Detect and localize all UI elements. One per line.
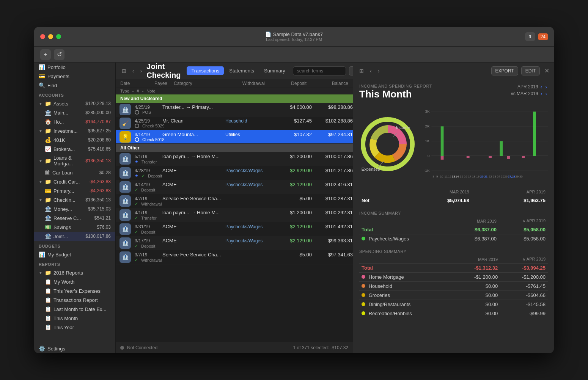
- edit-button[interactable]: EDIT: [521, 66, 540, 75]
- right-collapse-button[interactable]: ⊞: [358, 67, 365, 75]
- titlebar: 📄 Sample Data v7.bank7 Last opened: Toda…: [34, 27, 554, 47]
- income-paychecks-apr: $5,058.00: [499, 234, 548, 243]
- nav-back-button[interactable]: ‹: [131, 67, 136, 75]
- sidebar-item-primary[interactable]: 💳 Primary... -$4,263.83: [34, 186, 115, 195]
- sidebar-item-main[interactable]: 🏦 Main... $285,000.00: [34, 108, 115, 117]
- table-row[interactable]: 💡 3/14/19 Green Mounta... Utilities $107…: [116, 130, 353, 144]
- sidebar-item-transactions-report[interactable]: 📋 Transactions Report: [34, 295, 115, 305]
- fullscreen-button[interactable]: [56, 34, 61, 39]
- tx-payee: loan paym... → Home M...: [162, 154, 271, 159]
- svg-text:13: 13: [452, 175, 455, 178]
- sidebar-item-assets[interactable]: ▼ 📁 Assets $120,229.13: [34, 99, 115, 108]
- sidebar-item-this-month[interactable]: 📋 This Month: [34, 314, 115, 323]
- sidebar-item-loans[interactable]: ▼ 📁 Loans & Mortga... -$136,350.13: [34, 154, 115, 168]
- sidebar-item-this-year[interactable]: 📋 This Year: [34, 323, 115, 332]
- refresh-button[interactable]: ↺: [54, 49, 64, 60]
- upload-button[interactable]: ⬆: [525, 32, 535, 41]
- sidebar-item-checking[interactable]: ▼ 📁 Checkin... $136,350.13: [34, 195, 115, 204]
- tx-category: Household: [225, 118, 271, 124]
- investments-icon: 📁: [45, 128, 51, 134]
- table-row[interactable]: 🏦 5/1/19 loan paym... → Home M... $1,200…: [116, 152, 353, 166]
- tx-category: Paychecks/Wages: [225, 238, 271, 243]
- add-button[interactable]: +: [40, 49, 51, 60]
- tx-deposit: $2,129.00: [274, 182, 312, 187]
- svg-text:Income: Income: [396, 125, 410, 130]
- table-row[interactable]: 🏦 3/17/19 ACME Paychecks/Wages $2,129.00…: [116, 236, 353, 250]
- collapse-sidebar-button[interactable]: ⊞: [120, 67, 128, 75]
- table-row[interactable]: 🏦 3/31/19 ACME Paychecks/Wages $2,129.00…: [116, 222, 353, 236]
- sidebar-item-home[interactable]: 🏠 Ho... -$164,770.87: [34, 117, 115, 126]
- check-indicator: ✓: [135, 258, 138, 262]
- reports-2016-label: 2016 Reports: [53, 270, 83, 276]
- table-row[interactable]: 🏦 4/14/19 ACME Paychecks/Wages $2,129.00…: [116, 180, 353, 194]
- table-row[interactable]: 🏦 4/25/19 Transfer... → Primary... $4,00…: [116, 103, 353, 116]
- sidebar-item-investments[interactable]: ▼ 📁 Investme... $95,627.25: [34, 126, 115, 135]
- section-all-other: All Other: [116, 144, 353, 152]
- right-nav-forward-button[interactable]: ›: [376, 67, 381, 75]
- tx-note: Deposit: [141, 188, 155, 192]
- tx-payee: Mr. Clean: [162, 118, 222, 124]
- portfolio-icon: 📊: [39, 64, 45, 70]
- sidebar-item-find[interactable]: 🔍 Find: [34, 81, 115, 90]
- sidebar-item-this-year-expenses[interactable]: 📋 This Year's Expenses: [34, 286, 115, 295]
- svg-rect-18: [533, 111, 536, 156]
- svg-text:9: 9: [436, 175, 438, 178]
- col-header-withdrawal: Withdrawal: [223, 81, 265, 86]
- export-button[interactable]: EXPORT: [491, 66, 518, 75]
- checking-icon: 📁: [45, 197, 51, 203]
- sidebar-item-2016-reports[interactable]: ▼ 📁 2016 Reports: [34, 268, 115, 277]
- sidebar-item-car-loan[interactable]: 🏛 Car Loan $0.28: [34, 168, 115, 177]
- tx-icon-col: 🏦: [116, 180, 135, 194]
- sidebar-item-portfolio[interactable]: 📊 Portfolio: [34, 63, 115, 72]
- sidebar-item-savings[interactable]: 💵 Savings $76.03: [34, 223, 115, 232]
- right-panel-header: ⊞ ‹ › EXPORT EDIT ✕: [353, 63, 554, 79]
- sidebar-item-joint[interactable]: 🏦 Joint... $100,017.86: [34, 232, 115, 241]
- search-input[interactable]: [293, 66, 346, 75]
- tx-payee: loan paym... → Home M...: [162, 210, 271, 215]
- sidebar-item-my-worth[interactable]: 📋 My Worth: [34, 277, 115, 286]
- sidebar-item-my-budget[interactable]: 📊 My Budget: [34, 250, 115, 259]
- tx-payee: ACME: [162, 238, 222, 243]
- vs-back-button[interactable]: ‹: [540, 91, 543, 97]
- sidebar-item-payments[interactable]: 💳 Payments: [34, 72, 115, 81]
- tx-main: 3/17/19 ACME Paychecks/Wages $2,129.00 $…: [135, 236, 353, 250]
- 401k-icon: 💰: [45, 137, 51, 143]
- sidebar-item-reserve[interactable]: 🏦 Reserve C... $541.21: [34, 214, 115, 223]
- income-total-mar: $6,387.00: [452, 225, 499, 234]
- table-row[interactable]: 🏦 4/28/19 ACME Paychecks/Wages $2,929.00…: [116, 166, 353, 180]
- sidebar-item-401k[interactable]: 💰 401K $20,208.60: [34, 135, 115, 144]
- primary-icon: 💳: [45, 188, 51, 194]
- minimize-button[interactable]: [48, 34, 53, 39]
- table-row[interactable]: 🏦 4/7/19 Service Fee Service Cha... $5.0…: [116, 194, 353, 208]
- right-nav-back-button[interactable]: ‹: [368, 67, 373, 75]
- period-forward-button[interactable]: ›: [544, 84, 548, 90]
- budget-icon: 📊: [39, 251, 45, 258]
- table-row[interactable]: 🧹 4/25/19 Mr. Clean Household $127.45 $1…: [116, 116, 353, 130]
- table-row[interactable]: 🏦 3/7/19 Service Fee Service Cha... $5.0…: [116, 250, 353, 264]
- sidebar-item-brokerage[interactable]: 📈 Brokera... $75,418.65: [34, 144, 115, 154]
- this-year-expenses-icon: 📋: [45, 288, 51, 294]
- sidebar-item-last-month[interactable]: 📋 Last Month to Date Ex...: [34, 305, 115, 314]
- sidebar-item-settings[interactable]: ⚙️ Settings: [34, 344, 115, 353]
- tx-balance: $100,287.31: [315, 196, 353, 201]
- close-button[interactable]: [40, 34, 45, 39]
- period-back-button[interactable]: ‹: [540, 84, 543, 90]
- nav-forward-button[interactable]: ›: [139, 67, 144, 75]
- sidebar-item-money[interactable]: 🏦 Money... $35,715.03: [34, 204, 115, 214]
- brokerage-icon: 📈: [45, 146, 51, 152]
- spending-dining-label: Dining/Restaurants: [359, 300, 453, 309]
- this-month-icon: 📋: [45, 315, 51, 321]
- tab-statements[interactable]: Statements: [225, 66, 259, 75]
- settings-label: Settings: [47, 346, 65, 352]
- spending-household-apr: -$761.45: [500, 282, 548, 291]
- tab-transactions[interactable]: Transactions: [187, 66, 224, 75]
- tx-note: Deposit: [141, 230, 155, 234]
- right-close-button[interactable]: ✕: [544, 67, 549, 74]
- col-header-payee: Payee: [154, 81, 174, 86]
- credit-amount: -$4,263.83: [89, 179, 111, 184]
- table-row[interactable]: 🏦 4/1/19 loan paym... → Home M... $1,200…: [116, 208, 353, 222]
- col-header-balance: Balance: [307, 81, 348, 86]
- tab-summary[interactable]: Summary: [259, 66, 290, 75]
- vs-forward-button[interactable]: ›: [544, 91, 548, 97]
- sidebar-item-credit-car[interactable]: ▼ 📁 Credit Car... -$4,263.83: [34, 177, 115, 186]
